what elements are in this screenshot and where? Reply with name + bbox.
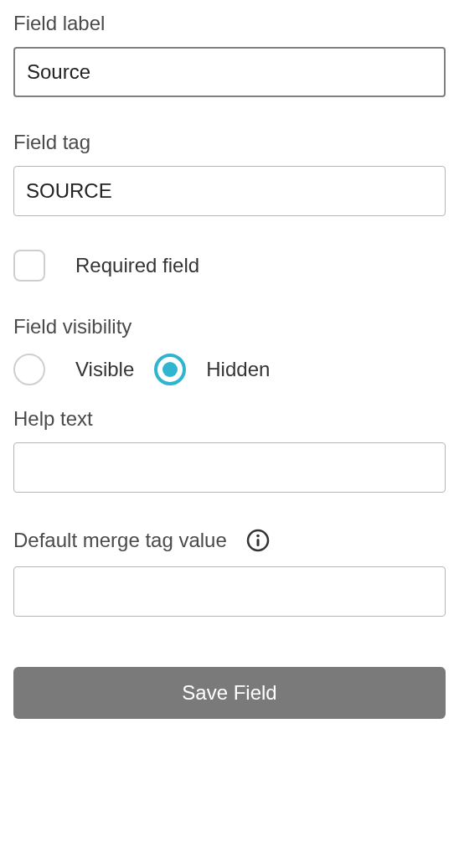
help-text-input[interactable] <box>13 442 446 493</box>
visibility-label-hidden: Hidden <box>206 358 270 381</box>
required-field-text: Required field <box>75 254 199 277</box>
visibility-label-visible: Visible <box>75 358 134 381</box>
visibility-radio-group: Visible Hidden <box>13 354 446 385</box>
required-field-row: Required field <box>13 250 446 282</box>
field-visibility-label: Field visibility <box>13 315 446 338</box>
visibility-radio-visible[interactable] <box>13 354 45 385</box>
field-settings-form: Field label Field tag Required field Fie… <box>0 0 459 742</box>
save-field-button[interactable]: Save Field <box>13 667 446 719</box>
required-field-checkbox[interactable] <box>13 250 45 282</box>
default-merge-label: Default merge tag value <box>13 529 227 552</box>
visibility-radio-hidden[interactable] <box>154 354 186 385</box>
info-icon[interactable] <box>244 526 272 555</box>
field-label-label: Field label <box>13 12 446 35</box>
svg-point-1 <box>256 535 260 538</box>
field-label-input[interactable] <box>13 47 446 97</box>
field-tag-input[interactable] <box>13 166 446 216</box>
field-tag-label: Field tag <box>13 131 446 154</box>
svg-rect-2 <box>256 539 259 546</box>
help-text-label: Help text <box>13 407 446 431</box>
default-merge-input[interactable] <box>13 566 446 617</box>
